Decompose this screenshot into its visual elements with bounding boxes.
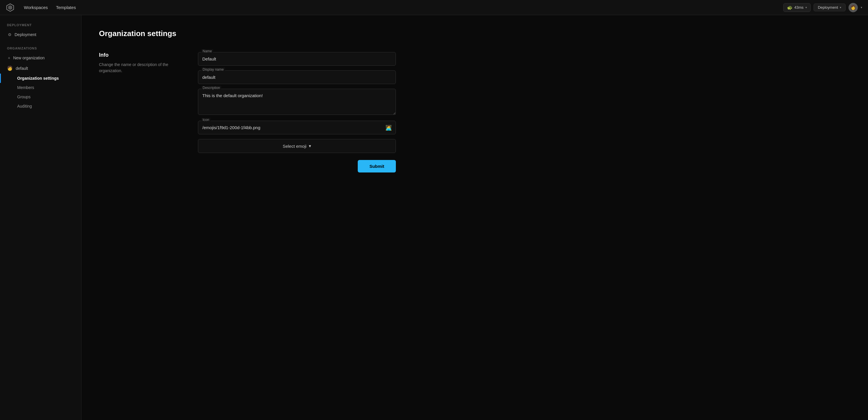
- metric-button[interactable]: 🐢 43ms ▾: [783, 3, 811, 12]
- topnav-links: Workspaces Templates: [24, 4, 774, 11]
- icon-field-wrap: Icon 🧑‍💻: [198, 121, 396, 134]
- new-org-label: New organization: [13, 56, 44, 60]
- form-actions: Submit: [198, 160, 396, 172]
- org-settings-form: Name Display name Description This is th…: [198, 52, 396, 172]
- org-sub-nav: Organization settings Members Groups Aud…: [0, 73, 81, 111]
- new-organization-button[interactable]: + New organization: [0, 53, 81, 63]
- sidebar-item-org-settings[interactable]: Organization settings: [0, 73, 81, 83]
- sidebar-item-deployment[interactable]: ⚙ Deployment: [0, 30, 81, 39]
- sidebar-item-groups[interactable]: Groups: [0, 92, 81, 101]
- select-emoji-label: Select emoji: [283, 144, 307, 149]
- name-field-wrap: Name: [198, 52, 396, 66]
- sidebar-item-members[interactable]: Members: [0, 83, 81, 92]
- deployment-chevron-icon: ▾: [840, 6, 841, 9]
- svg-marker-1: [8, 5, 12, 10]
- templates-link[interactable]: Templates: [56, 4, 76, 11]
- select-emoji-button[interactable]: Select emoji ▾: [198, 139, 396, 153]
- main-content: Organization settings Info Change the na…: [82, 15, 868, 420]
- description-field-wrap: Description This is the default organiza…: [198, 89, 396, 116]
- avatar-chevron-icon: ▾: [861, 6, 862, 9]
- workspaces-link[interactable]: Workspaces: [24, 4, 48, 11]
- deployment-section-label: DEPLOYMENT: [0, 23, 81, 27]
- icon-input[interactable]: [198, 121, 396, 134]
- sidebar-deployment-label: Deployment: [14, 32, 36, 37]
- organizations-section: ORGANIZATIONS + New organization 🧑 defau…: [0, 46, 81, 111]
- sidebar: DEPLOYMENT ⚙ Deployment ORGANIZATIONS + …: [0, 15, 82, 420]
- plus-icon: +: [8, 56, 10, 60]
- display-name-field-wrap: Display name: [198, 70, 396, 84]
- metric-chevron-icon: ▾: [805, 6, 807, 9]
- avatar[interactable]: 👩: [848, 3, 858, 12]
- organizations-section-label: ORGANIZATIONS: [0, 46, 81, 50]
- section-title: Info: [99, 52, 181, 58]
- metric-value: 43ms: [794, 5, 804, 9]
- logo-icon[interactable]: [6, 3, 14, 12]
- topnav: Workspaces Templates 🐢 43ms ▾ Deployment…: [0, 0, 868, 15]
- deployment-button[interactable]: Deployment ▾: [813, 3, 845, 11]
- info-section: Info Change the name or description of t…: [99, 52, 850, 172]
- section-info: Info Change the name or description of t…: [99, 52, 181, 74]
- org-emoji-icon: 🧑: [7, 65, 13, 71]
- org-name-label: default: [16, 66, 28, 71]
- gear-icon: ⚙: [8, 32, 12, 37]
- description-textarea[interactable]: This is the default organization!: [198, 89, 396, 115]
- sidebar-item-auditing[interactable]: Auditing: [0, 101, 81, 111]
- deployment-label: Deployment: [818, 5, 838, 9]
- app-layout: DEPLOYMENT ⚙ Deployment ORGANIZATIONS + …: [0, 15, 868, 420]
- sidebar-org-default[interactable]: 🧑 default: [0, 63, 81, 73]
- avatar-emoji: 👩: [850, 5, 856, 10]
- page-title: Organization settings: [99, 29, 850, 38]
- display-name-input[interactable]: [198, 70, 396, 84]
- metric-emoji: 🐢: [787, 5, 793, 10]
- name-input[interactable]: [198, 52, 396, 66]
- submit-button[interactable]: Submit: [358, 160, 396, 172]
- icon-emoji-preview: 🧑‍💻: [385, 125, 392, 131]
- section-description: Change the name or description of the or…: [99, 62, 181, 74]
- select-emoji-chevron-icon: ▾: [309, 143, 311, 149]
- topnav-right: 🐢 43ms ▾ Deployment ▾ 👩 ▾: [783, 3, 862, 12]
